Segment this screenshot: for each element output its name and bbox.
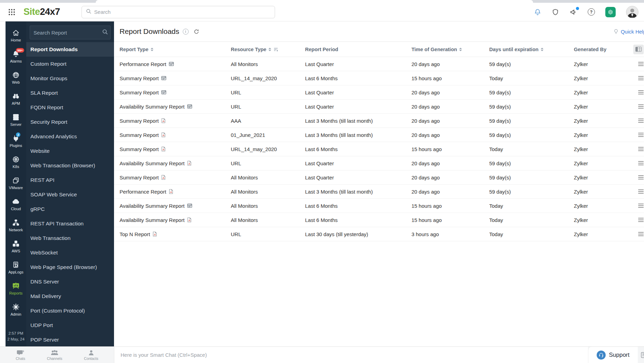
row-actions-menu-icon[interactable]	[638, 119, 644, 123]
sidebar-item-security-report[interactable]: Security Report	[26, 115, 114, 129]
row-actions-menu-icon[interactable]	[638, 161, 644, 165]
global-search[interactable]	[82, 6, 275, 18]
sidebar-item-port-custom-protocol-[interactable]: Port (Custom Protocol)	[26, 304, 114, 318]
server-icon	[12, 113, 20, 121]
days-until-expiration-value: Today	[489, 217, 574, 223]
row-actions-menu-icon[interactable]	[638, 104, 644, 109]
rail-item-alarms[interactable]: 99+Alarms	[8, 46, 23, 67]
rail-item-admin[interactable]: Admin	[8, 299, 23, 320]
apps-grid-icon[interactable]	[8, 9, 15, 16]
sidebar-item-dns-server[interactable]: DNS Server	[26, 274, 114, 289]
rail-item-home[interactable]: Home	[8, 25, 23, 46]
rail-item-k8s[interactable]: K8s	[8, 151, 23, 173]
feedback-edge-icon[interactable]	[638, 347, 644, 363]
row-actions-menu-icon[interactable]	[638, 189, 644, 194]
rail-item-cloud[interactable]: Cloud	[8, 194, 23, 215]
sidebar-item-report-downloads[interactable]: Report Downloads	[26, 42, 114, 57]
row-actions-menu-icon[interactable]	[638, 147, 644, 151]
row-actions-menu-icon[interactable]	[638, 204, 644, 208]
sidebar-item-pop-server[interactable]: POP Server	[26, 333, 114, 346]
column-chooser-button[interactable]	[633, 45, 644, 54]
sidebar-item-advanced-analytics[interactable]: Advanced Analytics	[26, 129, 114, 144]
quick-help-link[interactable]: Quick Help	[613, 28, 644, 35]
support-button[interactable]: Support	[588, 347, 638, 363]
row-actions-menu-icon[interactable]	[638, 90, 644, 94]
sidebar-item-rest-api[interactable]: REST API	[26, 173, 114, 187]
report-search-input[interactable]	[34, 30, 102, 36]
column-label: Generated By	[574, 47, 606, 52]
sort-icon[interactable]	[459, 48, 462, 51]
sidebar-item-fqdn-report[interactable]: FQDN Report	[26, 100, 114, 115]
contacts-button[interactable]: Contacts	[84, 350, 98, 361]
column-header-time-of-generation[interactable]: Time of Generation	[411, 47, 489, 52]
sidebar-item-sla-report[interactable]: SLA Report	[26, 86, 114, 100]
sidebar-item-web-transaction[interactable]: Web Transaction	[26, 231, 114, 245]
sidebar-item-web-page-speed-browser-[interactable]: Web Page Speed (Browser)	[26, 260, 114, 274]
sidebar-item-soap-web-service[interactable]: SOAP Web Service	[26, 187, 114, 202]
announcements-megaphone-icon[interactable]	[569, 8, 577, 16]
report-period-value: Last Quarter	[305, 175, 411, 180]
sidebar-item-web-transaction-browser-[interactable]: Web Transaction (Browser)	[26, 158, 114, 173]
applogs-icon	[12, 261, 20, 269]
column-header-days-until-expiration[interactable]: Days until expiration	[489, 47, 574, 52]
rail-item-plugins[interactable]: 2Plugins	[8, 130, 23, 151]
rail-item-aws[interactable]: AWS	[8, 236, 23, 257]
sort-icon[interactable]	[268, 48, 271, 51]
row-actions-menu-icon[interactable]	[638, 175, 644, 179]
chats-button[interactable]: Chats	[16, 350, 25, 361]
column-header-resource-type[interactable]: Resource Type	[231, 47, 305, 52]
report-search-box[interactable]	[30, 26, 111, 39]
sidebar-item-grpc[interactable]: gRPC	[26, 202, 114, 216]
site24x7-logo[interactable]: Site24x7	[23, 7, 60, 17]
sidebar-item-website[interactable]: Website	[26, 144, 114, 158]
row-actions-menu-icon[interactable]	[638, 218, 644, 222]
rail-item-network[interactable]: Network	[8, 215, 23, 236]
sort-icon[interactable]	[151, 48, 153, 51]
rail-item-server[interactable]: Server	[8, 109, 23, 130]
rail-date-value: 2 May, 24	[7, 336, 25, 342]
days-until-expiration-value: 59 day(s)	[489, 90, 574, 95]
rail-item-reports[interactable]: Reports	[8, 278, 23, 299]
pdf-file-icon	[152, 231, 157, 237]
filter-icon	[273, 47, 278, 52]
sidebar-item-mail-delivery[interactable]: Mail Delivery	[26, 289, 114, 304]
user-avatar[interactable]	[626, 6, 638, 18]
time-of-generation-value: 20 days ago	[411, 132, 489, 138]
help-icon[interactable]: ?	[588, 8, 595, 16]
rail-item-applogs[interactable]: AppLogs	[8, 257, 23, 278]
smart-chat-input[interactable]	[121, 352, 588, 358]
search-input[interactable]	[94, 9, 271, 15]
row-actions-menu-icon[interactable]	[638, 76, 644, 80]
smart-chat-bar[interactable]	[114, 347, 588, 363]
home-icon	[12, 29, 20, 37]
notifications-bell-icon[interactable]	[534, 8, 541, 16]
channels-label: Channels	[47, 356, 62, 361]
rail-item-apm[interactable]: APM	[8, 88, 23, 109]
column-header-report-type[interactable]: Report Type	[120, 47, 231, 52]
generated-by-value: Zylker	[574, 61, 633, 67]
info-icon[interactable]: i	[183, 29, 189, 35]
refresh-icon[interactable]	[193, 29, 199, 35]
sidebar-item-custom-report[interactable]: Custom Report	[26, 57, 114, 71]
topbar-right-icons: ?	[534, 6, 638, 18]
rail-item-vmware[interactable]: VMware	[8, 173, 23, 194]
sidebar-item-websocket[interactable]: WebSocket	[26, 245, 114, 260]
row-actions-menu-icon[interactable]	[638, 232, 644, 236]
ai-assistant-icon[interactable]	[605, 7, 616, 17]
channels-button[interactable]: Channels	[47, 350, 62, 361]
sort-icon[interactable]	[541, 48, 543, 51]
row-actions-menu-icon[interactable]	[638, 62, 644, 66]
sidebar-item-monitor-groups[interactable]: Monitor Groups	[26, 71, 114, 86]
csv-file-icon	[161, 76, 167, 81]
rail-item-web[interactable]: Web	[8, 67, 23, 88]
chat-tools: Chats Channels Contacts	[0, 347, 114, 363]
sidebar-item-rest-api-transaction[interactable]: REST API Transaction	[26, 216, 114, 231]
report-period-value: Last 6 Months	[305, 203, 411, 209]
time-of-generation-value: 20 days ago	[411, 104, 489, 110]
resource-type-value: AAA	[231, 118, 305, 124]
report-type-value: Summary Report	[120, 146, 159, 152]
row-actions-menu-icon[interactable]	[638, 133, 644, 137]
generated-by-value: Zylker	[574, 175, 633, 180]
sidebar-item-udp-port[interactable]: UDP Port	[26, 318, 114, 333]
security-shield-icon[interactable]	[552, 8, 559, 16]
